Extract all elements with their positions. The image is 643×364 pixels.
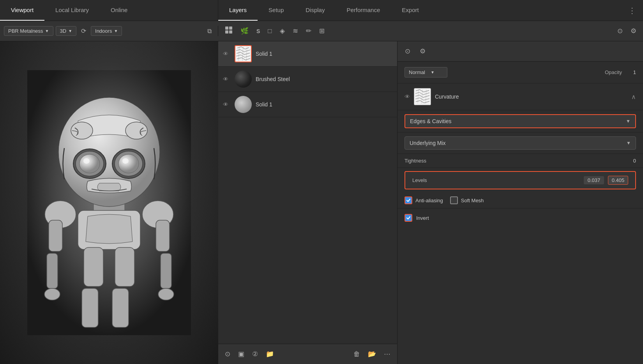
layers-bottom-toolbar: ⊙ ▣ ② 📁 🗑 📂 ⋯ — [218, 344, 397, 364]
chevron-down-icon: ▼ — [68, 29, 72, 33]
svg-rect-0 — [225, 27, 228, 30]
layers-list: 👁 Solid 1 — [218, 41, 397, 344]
properties-toolbar: ⊙ ⚙ — [397, 41, 643, 62]
svg-rect-21 — [49, 220, 62, 251]
tab-display[interactable]: Display — [295, 0, 336, 21]
view-mode-dropdown[interactable]: 3D ▼ — [56, 26, 77, 36]
camera-icon-toolbar[interactable]: ⊙ — [615, 26, 625, 36]
viewport-panel — [0, 41, 218, 364]
tab-local-library[interactable]: Local Library — [44, 0, 100, 21]
nav-left: Viewport Local Library Online — [0, 0, 218, 21]
drop-icon[interactable]: ◈ — [278, 26, 287, 36]
blend-mode-dropdown[interactable]: Normal ▼ — [405, 67, 447, 78]
svg-rect-2 — [225, 30, 228, 34]
tab-layers[interactable]: Layers — [218, 0, 258, 21]
grid-layers-icon[interactable] — [223, 25, 235, 37]
svg-rect-24 — [156, 220, 170, 251]
stack-icon[interactable]: ⊞ — [317, 26, 327, 36]
settings-icon[interactable]: ⚙ — [629, 26, 638, 36]
svg-rect-22 — [47, 253, 58, 288]
checkbox-row: Anti-aliasing Soft Mesh — [397, 193, 643, 209]
curvature-section: 👁 Curvature ∧ — [397, 83, 643, 110]
svg-rect-30 — [112, 288, 129, 327]
svg-rect-27 — [84, 247, 103, 286]
top-navigation: Viewport Local Library Online Layers Set… — [0, 0, 643, 21]
svg-point-26 — [158, 288, 174, 300]
tightness-row: Tightness 0 — [397, 154, 643, 168]
folder2-button[interactable]: 📂 — [366, 349, 378, 359]
viewport-bg — [0, 41, 218, 364]
svg-point-14 — [79, 154, 100, 173]
anti-aliasing-checkbox[interactable] — [405, 196, 412, 204]
edges-cavities-dropdown[interactable]: Edges & Cavities ▼ — [405, 114, 636, 128]
waves-icon[interactable]: ≋ — [291, 26, 300, 36]
add-camera-layer-button[interactable]: ⊙ — [223, 349, 232, 359]
layer-item[interactable]: 👁 Brushed Steel — [218, 67, 397, 92]
underlying-mix-group: Underlying Mix ▼ — [397, 133, 643, 154]
layers-panel: 👁 Solid 1 — [218, 41, 397, 364]
material-mode-dropdown[interactable]: PBR Metalness ▼ — [4, 26, 53, 36]
leaf-icon[interactable]: 🌿 — [238, 26, 251, 36]
layer-thumbnail — [235, 96, 252, 113]
anti-aliasing-item: Anti-aliasing — [405, 196, 443, 204]
blend-opacity-row: Normal ▼ Opacity 1 — [397, 62, 643, 83]
svg-point-17 — [122, 158, 129, 164]
layer-visibility-eye[interactable]: 👁 — [223, 76, 231, 82]
camera-props-icon[interactable]: ⊙ — [403, 46, 412, 57]
tab-online[interactable]: Online — [100, 0, 138, 21]
env-dropdown[interactable]: Indoors ▼ — [91, 26, 122, 36]
edges-cavities-chevron: ▼ — [626, 118, 631, 124]
svg-point-15 — [118, 154, 139, 173]
nav-right: Layers Setup Display Performance Export … — [218, 0, 643, 21]
settings-props-icon[interactable]: ⚙ — [418, 46, 427, 57]
soft-mesh-item: Soft Mesh — [450, 196, 484, 204]
brush-icon[interactable]: ✏ — [304, 26, 313, 36]
curvature-collapse-icon[interactable]: ∧ — [631, 93, 636, 101]
properties-panel: ⊙ ⚙ Normal ▼ Opacity 1 👁 — [397, 41, 643, 364]
curvature-thumbnail — [414, 88, 431, 105]
square-icon[interactable]: □ — [266, 26, 274, 36]
invert-row: Invert — [397, 209, 643, 227]
layer-item[interactable]: 👁 Solid 1 — [218, 41, 397, 67]
tab-setup[interactable]: Setup — [258, 0, 295, 21]
layer-item[interactable]: 👁 Solid 1 — [218, 92, 397, 117]
invert-checkbox[interactable] — [405, 214, 412, 222]
grid-icon[interactable]: ⧉ — [205, 26, 214, 36]
viewport-toolbar: PBR Metalness ▼ 3D ▼ ⟳ Indoors ▼ ⧉ — [0, 26, 218, 36]
soft-mesh-checkbox[interactable] — [450, 196, 458, 204]
layer-thumbnail — [235, 71, 252, 88]
svg-rect-28 — [82, 288, 98, 327]
tab-performance[interactable]: Performance — [336, 0, 391, 21]
layer-visibility-eye[interactable]: 👁 — [223, 101, 231, 108]
chevron-down-icon: ▼ — [45, 29, 49, 33]
levels-row: Levels 0.037 0.405 — [405, 171, 636, 189]
toolbar-row: PBR Metalness ▼ 3D ▼ ⟳ Indoors ▼ ⧉ 🌿 S □… — [0, 21, 643, 41]
folder-button[interactable]: 📁 — [264, 349, 276, 359]
reference-button[interactable]: ② — [250, 349, 260, 359]
layer-thumbnail — [235, 45, 252, 62]
more-options-button[interactable]: ⋮ — [626, 4, 638, 17]
underlying-mix-dropdown[interactable]: Underlying Mix ▼ — [405, 136, 636, 150]
rotate-icon[interactable]: ⟳ — [79, 26, 88, 36]
tab-export[interactable]: Export — [391, 0, 429, 21]
blend-mode-chevron: ▼ — [431, 70, 435, 74]
svg-rect-1 — [229, 27, 232, 30]
delete-layer-button[interactable]: 🗑 — [352, 349, 362, 359]
curvature-header: 👁 Curvature ∧ — [405, 88, 636, 105]
tab-viewport[interactable]: Viewport — [0, 0, 44, 21]
svg-point-16 — [83, 158, 90, 164]
svg-rect-3 — [229, 30, 232, 34]
svg-rect-25 — [161, 253, 171, 288]
layer-visibility-eye[interactable]: 👁 — [223, 51, 231, 57]
substance-icon[interactable]: S — [254, 27, 262, 35]
underlying-mix-chevron: ▼ — [626, 140, 631, 146]
edges-cavities-group: Edges & Cavities ▼ — [397, 110, 643, 133]
robot-3d-view — [27, 70, 191, 335]
svg-point-9 — [125, 122, 147, 139]
svg-rect-29 — [115, 247, 134, 286]
layers-toolbar: 🌿 S □ ◈ ≋ ✏ ⊞ — [218, 25, 615, 37]
main-content: 👁 Solid 1 — [0, 41, 643, 364]
more-layers-button[interactable]: ⋯ — [382, 349, 392, 359]
curvature-visibility[interactable]: 👁 — [405, 94, 410, 100]
add-layer-button[interactable]: ▣ — [236, 349, 246, 359]
